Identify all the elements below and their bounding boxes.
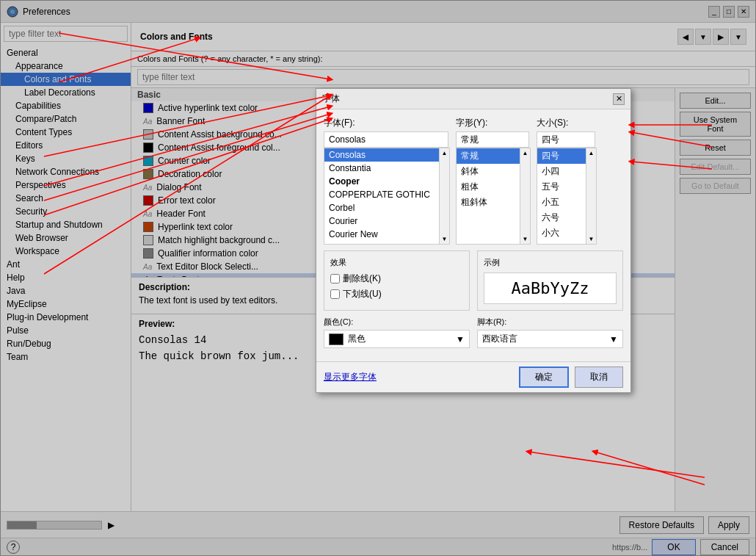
strikethrough-label: 删除线(K) [343, 272, 381, 285]
font-list-item-cooper[interactable]: Cooper [324, 175, 439, 188]
underline-label: 下划线(U) [343, 288, 382, 300]
dialog-top-row: 字体(F): Consolas Constantia Cooper COPPER… [324, 117, 623, 245]
font-list-container: Consolas Constantia Cooper COPPERPLATE G… [324, 148, 450, 245]
style-item-bold-italic[interactable]: 粗斜体 [457, 195, 520, 210]
dialog-body: 字体(F): Consolas Constantia Cooper COPPER… [316, 109, 630, 361]
color-label: 颜色(C): [324, 317, 470, 328]
style-item-bold[interactable]: 粗体 [457, 179, 520, 195]
color-dropdown-icon[interactable]: ▼ [456, 334, 465, 344]
size-list-container: 四号 小四 五号 小五 六号 小六 七号 ▲ ▼ [537, 148, 597, 245]
color-value: 黑色 [348, 333, 451, 345]
style-item-regular[interactable]: 常规 [457, 148, 520, 164]
size-item-x4[interactable]: 小四 [537, 164, 586, 179]
size-item-4[interactable]: 四号 [537, 148, 586, 164]
dialog-ok-button[interactable]: 确定 [519, 367, 569, 388]
preview-sample-text: AaBbYyZz [484, 272, 617, 304]
font-list-item-courier[interactable]: Courier [324, 214, 439, 228]
style-label: 字形(Y): [456, 117, 531, 129]
font-list-scrollbar[interactable]: ▲ ▼ [439, 148, 449, 244]
preview-sample-label: 示例 [484, 257, 617, 268]
font-label: 字体(F): [324, 117, 450, 129]
show-more-fonts-link[interactable]: 显示更多字体 [324, 371, 377, 383]
size-item-5[interactable]: 五号 [537, 179, 586, 195]
style-list[interactable]: 常规 斜体 粗体 粗斜体 [457, 148, 520, 244]
dialog-close-button[interactable]: ✕ [613, 93, 625, 105]
size-column: 大小(S): 四号 小四 五号 小五 六号 小六 七号 ▲ [537, 117, 597, 245]
size-item-7[interactable]: 七号 [537, 241, 586, 244]
color-preview [329, 333, 344, 345]
font-list-item-corbel[interactable]: Corbel [324, 201, 439, 214]
effects-group: 效果 删除线(K) 下划线(U) [324, 250, 470, 311]
strikethrough-input[interactable] [330, 274, 340, 284]
strikethrough-checkbox[interactable]: 删除线(K) [330, 272, 463, 285]
style-list-container: 常规 斜体 粗体 粗斜体 ▲ ▼ [456, 148, 531, 245]
dialog-footer-buttons: 确定 取消 [519, 367, 623, 388]
underline-input[interactable] [330, 289, 340, 299]
script-value: 西欧语言 [482, 333, 609, 345]
color-selector[interactable]: 黑色 ▼ [324, 330, 470, 348]
size-item-x5[interactable]: 小五 [537, 195, 586, 210]
font-dialog: 字体 ✕ 字体(F): Consolas Constantia Cooper C… [316, 88, 631, 393]
size-item-x6[interactable]: 小六 [537, 225, 586, 241]
font-list-item-courier-new[interactable]: Courier New [324, 228, 439, 241]
dialog-footer: 显示更多字体 确定 取消 [316, 361, 630, 392]
size-item-6[interactable]: 六号 [537, 210, 586, 225]
size-input[interactable] [537, 131, 595, 148]
effects-label: 效果 [330, 257, 463, 268]
font-list[interactable]: Consolas Constantia Cooper COPPERPLATE G… [324, 148, 439, 244]
font-input[interactable] [324, 131, 448, 148]
effects-preview-row: 效果 删除线(K) 下划线(U) 示例 AaBbYyZz [324, 250, 623, 311]
script-dropdown-icon[interactable]: ▼ [609, 334, 618, 344]
preview-group: 示例 AaBbYyZz [477, 250, 623, 311]
size-label: 大小(S): [537, 117, 597, 129]
script-label: 脚本(R): [477, 317, 623, 328]
font-column: 字体(F): Consolas Constantia Cooper COPPER… [324, 117, 450, 245]
style-item-italic[interactable]: 斜体 [457, 164, 520, 179]
size-list-scrollbar[interactable]: ▲ ▼ [586, 148, 596, 244]
font-list-item-consolas[interactable]: Consolas [324, 148, 439, 162]
font-list-item-copperplate[interactable]: COPPERPLATE GOTHIC [324, 188, 439, 201]
dialog-cancel-button[interactable]: 取消 [575, 367, 623, 388]
style-column: 字形(Y): 常规 斜体 粗体 粗斜体 ▲ ▼ [456, 117, 531, 245]
style-list-scrollbar[interactable]: ▲ ▼ [520, 148, 530, 244]
dialog-title: 字体 [322, 93, 613, 105]
underline-checkbox[interactable]: 下划线(U) [330, 288, 463, 300]
script-group: 脚本(R): 西欧语言 ▼ [477, 317, 623, 348]
effects-checkboxes: 删除线(K) 下划线(U) [330, 272, 463, 300]
style-input[interactable] [456, 131, 529, 148]
size-list[interactable]: 四号 小四 五号 小五 六号 小六 七号 [537, 148, 586, 244]
color-script-row: 颜色(C): 黑色 ▼ 脚本(R): 西欧语言 ▼ [324, 317, 623, 348]
dialog-titlebar: 字体 ✕ [316, 89, 630, 109]
script-selector[interactable]: 西欧语言 ▼ [477, 330, 623, 348]
color-group: 颜色(C): 黑色 ▼ [324, 317, 470, 348]
font-list-item-constantia[interactable]: Constantia [324, 162, 439, 175]
